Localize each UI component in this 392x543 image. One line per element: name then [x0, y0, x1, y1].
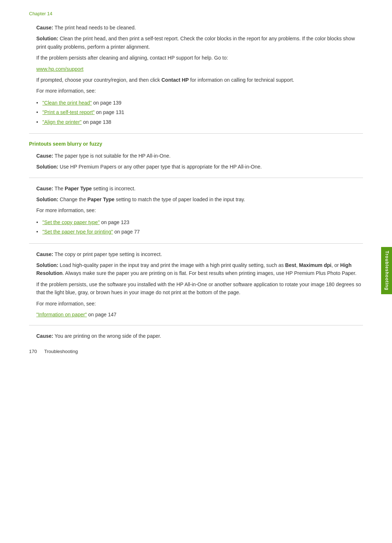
list-item: "Align the printer" on page 138: [36, 117, 363, 127]
divider3: [29, 243, 363, 244]
cause5-text: You are printing on the wrong side of th…: [53, 333, 161, 339]
paragraph2-prefix: If prompted, choose your country/region,…: [36, 77, 162, 83]
cause1-label: Cause:: [36, 25, 53, 31]
solution3-label: Solution:: [36, 196, 58, 202]
solution1-block: Solution: Clean the print head, and then…: [36, 35, 363, 51]
footer-section: Troubleshooting: [44, 349, 78, 354]
link1-block[interactable]: www.hp.com/support: [36, 65, 363, 73]
divider4: [29, 325, 363, 325]
bullet1-link[interactable]: "Clean the print head": [42, 100, 92, 106]
solution4-label: Solution:: [36, 262, 58, 268]
cause1-text: The print head needs to be cleaned.: [53, 25, 136, 31]
paragraph2-block: If prompted, choose your country/region,…: [36, 76, 363, 84]
bullet2-suffix: on page 131: [95, 109, 124, 115]
cause3-label: Cause:: [36, 186, 53, 191]
cause2-text: The paper type is not suitable for the H…: [53, 153, 171, 159]
cause3-text2: setting is incorrect.: [92, 186, 136, 191]
paragraph2-bold: Contact HP: [162, 77, 189, 83]
cause4-label: Cause:: [36, 251, 53, 257]
paragraph3-block: If the problem persists, use the softwar…: [36, 280, 363, 297]
divider1: [29, 133, 363, 134]
cause3-block: Cause: The Paper Type setting is incorre…: [36, 185, 363, 193]
footer-page-number: 170: [29, 349, 37, 354]
divider2: [29, 178, 363, 178]
more-info1-text: For more information, see:: [36, 88, 96, 94]
paragraph1-block: If the problem persists after cleaning a…: [36, 54, 363, 62]
list-item: "Print a self-test report" on page 131: [36, 108, 363, 117]
link2-block[interactable]: "Information on paper" on page 147: [36, 311, 363, 319]
cause2-label: Cause:: [36, 153, 53, 159]
bullet4-suffix: on page 123: [100, 219, 130, 225]
solution4-bold2: Maximum dpi: [299, 262, 331, 268]
bullet4-link[interactable]: "Set the copy paper type": [42, 219, 100, 225]
more-info2-text: For more information, see:: [36, 207, 96, 213]
solution4-bold1: Best: [285, 262, 296, 268]
solution3-bold: Paper Type: [87, 196, 114, 202]
link2-suffix: on page 147: [87, 312, 117, 317]
cause3-text: The: [53, 186, 65, 191]
solution2-label: Solution:: [36, 164, 58, 170]
bullet2-link[interactable]: "Print a self-test report": [42, 109, 95, 115]
solution3-text-a: Change the: [58, 196, 87, 202]
bullet5-suffix: on page 77: [113, 229, 140, 235]
cause5-label: Cause:: [36, 333, 53, 339]
bullet-list-2: "Set the copy paper type" on page 123 "S…: [36, 218, 363, 237]
solution2-text: Use HP Premium Papers or any other paper…: [58, 164, 262, 170]
cause2-block: Cause: The paper type is not suitable fo…: [36, 152, 363, 160]
side-tab-label: Troubleshooting: [384, 251, 389, 291]
solution1-label: Solution:: [36, 36, 58, 41]
solution4-text2: . Always make sure the paper you are pri…: [62, 270, 356, 276]
section-heading: Printouts seem blurry or fuzzy: [29, 141, 363, 147]
hp-support-link[interactable]: www.hp.com/support: [36, 66, 83, 72]
more-info2: For more information, see:: [36, 206, 363, 214]
cause1-block: Cause: The print head needs to be cleane…: [36, 24, 363, 32]
more-info1: For more information, see:: [36, 87, 363, 95]
bullet3-suffix: on page 138: [82, 119, 111, 125]
chapter-label: Chapter 14: [29, 11, 52, 16]
side-tab-wrapper: Troubleshooting: [381, 247, 392, 294]
cause4-text: The copy or print paper type setting is …: [53, 251, 162, 257]
paragraph2-suffix: for information on calling for technical…: [189, 77, 294, 83]
solution1-text: Clean the print head, and then print a s…: [36, 36, 355, 49]
solution2-block: Solution: Use HP Premium Papers or any o…: [36, 163, 363, 171]
more-info3-text: For more information, see:: [36, 301, 96, 307]
list-item: "Clean the print head" on page 139: [36, 98, 363, 108]
cause4-block: Cause: The copy or print paper type sett…: [36, 250, 363, 258]
chapter-header: Chapter 14: [29, 11, 363, 16]
solution4-block: Solution: Load high-quality paper in the…: [36, 261, 363, 277]
solution3-block: Solution: Change the Paper Type setting …: [36, 195, 363, 203]
bullet1-suffix: on page 139: [92, 100, 122, 106]
paragraph3-text: If the problem persists, use the softwar…: [36, 281, 361, 295]
cause5-block: Cause: You are printing on the wrong sid…: [36, 332, 363, 340]
section-heading-text: Printouts seem blurry or fuzzy: [29, 141, 102, 147]
bullet5-link[interactable]: "Set the paper type for printing": [42, 229, 113, 235]
solution4-comma1: ,: [296, 262, 299, 268]
list-item: "Set the copy paper type" on page 123: [36, 218, 363, 227]
bullet-list-1: "Clean the print head" on page 139 "Prin…: [36, 98, 363, 127]
solution3-text-b: setting to match the type of paper loade…: [114, 196, 245, 202]
solution4-comma2: , or: [331, 262, 340, 268]
page-footer: 170 Troubleshooting: [29, 349, 78, 354]
bullet3-link[interactable]: "Align the printer": [42, 119, 82, 125]
more-info3: For more information, see:: [36, 300, 363, 308]
info-on-paper-link[interactable]: "Information on paper": [36, 312, 87, 317]
solution4-text: Load high-quality paper in the input tra…: [58, 262, 285, 268]
page-container: Chapter 14 Cause: The print head needs t…: [0, 0, 392, 365]
list-item: "Set the paper type for printing" on pag…: [36, 227, 363, 236]
paragraph1-text: If the problem persists after cleaning a…: [36, 55, 228, 61]
cause3-bold: Paper Type: [65, 186, 91, 191]
